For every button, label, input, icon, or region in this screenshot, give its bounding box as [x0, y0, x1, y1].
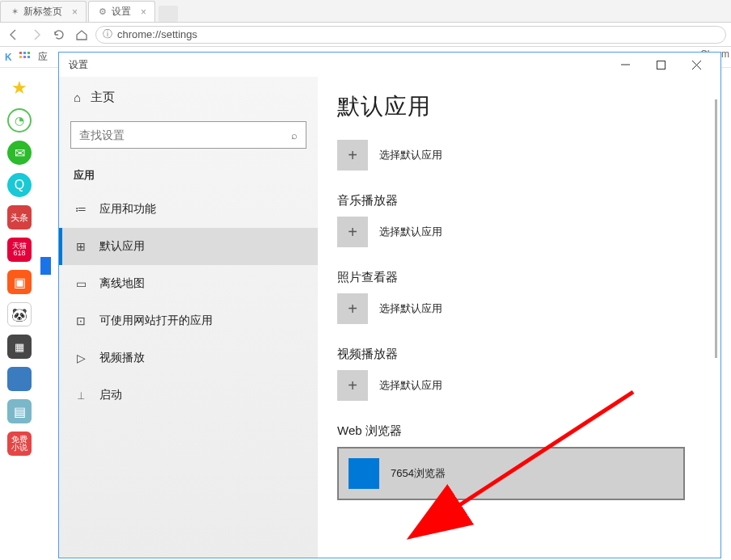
tab-settings[interactable]: ⚙ 设置 ×	[88, 1, 155, 22]
plus-icon: +	[337, 370, 368, 401]
plus-icon: +	[337, 293, 368, 324]
tab-label: 新标签页	[23, 5, 62, 19]
minimize-icon	[621, 61, 630, 69]
favorites-icon[interactable]: ★	[7, 76, 32, 100]
settings-content: 默认应用 + 选择默认应用 音乐播放器 + 选择默认应用 照片查看器	[318, 77, 720, 558]
maximize-button[interactable]	[643, 53, 678, 76]
picker-label: 选择默认应用	[379, 301, 442, 316]
plus-icon: +	[337, 140, 368, 171]
q-icon[interactable]: Q	[7, 173, 32, 197]
toutiao-icon[interactable]: 头条	[7, 205, 32, 229]
address-bar: ⓘ chrome://settings	[0, 23, 731, 47]
video-icon[interactable]: ▦	[7, 335, 32, 359]
nav-website-apps[interactable]: ⊡ 可使用网站打开的应用	[59, 302, 318, 339]
web-browser-picker[interactable]: 7654浏览器	[337, 447, 685, 500]
url-text: chrome://settings	[117, 28, 197, 40]
search-icon: ⌕	[291, 129, 298, 141]
sparkle-icon: ✶	[9, 6, 20, 18]
forward-button[interactable]	[27, 26, 45, 44]
picker-label: 选择默认应用	[379, 378, 442, 393]
browser-window: ✶ 新标签页 × ⚙ 设置 × ⓘ chrome://settings	[0, 0, 731, 560]
back-button[interactable]	[5, 26, 23, 44]
win10-body: ⌂ 主页 ⌕ 应用 ≔ 应用和功能 ⊞ 默认应用 ▭ 离	[59, 77, 720, 558]
left-dock: ★ ◔ ✉ Q 头条 天猫618 ▣ 🐼 ▦ ▤ 免费小说	[5, 76, 34, 456]
browser-app-icon	[349, 458, 379, 489]
svg-rect-5	[27, 56, 30, 58]
nav-label: 默认应用	[99, 239, 145, 254]
group-title: 照片查看器	[337, 270, 704, 285]
close-icon[interactable]: ×	[65, 6, 78, 18]
scrollbar[interactable]	[715, 99, 717, 358]
svg-rect-4	[23, 56, 26, 58]
maximize-icon	[657, 61, 666, 69]
group-default-app: + 选择默认应用	[337, 140, 704, 171]
win10-titlebar: 设置	[59, 53, 720, 77]
browser-name: 7654浏览器	[391, 466, 446, 481]
group-title: 音乐播放器	[337, 193, 704, 208]
group-photo: 照片查看器 + 选择默认应用	[337, 270, 704, 324]
section-label: 应用	[59, 165, 318, 191]
close-icon	[692, 61, 701, 69]
page-title: 默认应用	[337, 91, 704, 122]
svg-rect-0	[19, 52, 22, 54]
tmall-icon[interactable]: 天猫618	[7, 238, 32, 262]
novel-icon[interactable]: 免费小说	[7, 432, 32, 456]
bookmark-item[interactable]: 应	[38, 50, 48, 64]
map-icon: ▭	[74, 277, 88, 290]
svg-rect-7	[657, 61, 665, 69]
settings-left-nav: ⌂ 主页 ⌕ 应用 ≔ 应用和功能 ⊞ 默认应用 ▭ 离	[59, 77, 318, 558]
websites-icon: ⊡	[74, 314, 88, 327]
nav-apps-features[interactable]: ≔ 应用和功能	[59, 191, 318, 228]
wechat-icon[interactable]: ✉	[7, 141, 32, 165]
nav-label: 可使用网站打开的应用	[99, 314, 213, 328]
active-page-indicator	[40, 257, 51, 275]
video-picker[interactable]: + 选择默认应用	[337, 370, 704, 401]
nav-video-playback[interactable]: ▷ 视频播放	[59, 339, 318, 377]
close-icon[interactable]: ×	[134, 6, 146, 18]
reload-icon	[53, 28, 65, 41]
nav-home[interactable]: ⌂ 主页	[59, 82, 318, 118]
nav-label: 视频播放	[99, 351, 145, 365]
search-input[interactable]	[79, 128, 291, 141]
win10-settings-window: 设置 ⌂ 主页 ⌕ 应用 ≔ 应用和功能	[58, 52, 721, 558]
photo-picker[interactable]: + 选择默认应用	[337, 293, 704, 324]
group-web-browser: Web 浏览器 7654浏览器	[337, 423, 704, 500]
k-logo-icon[interactable]: K	[5, 52, 12, 63]
new-tab-button[interactable]	[158, 6, 178, 22]
settings-search[interactable]: ⌕	[70, 121, 306, 149]
picker-label: 选择默认应用	[379, 148, 442, 162]
nav-default-apps[interactable]: ⊞ 默认应用	[59, 228, 318, 265]
apps-grid-icon[interactable]	[19, 51, 32, 64]
startup-icon: ⟂	[74, 389, 88, 402]
ju-icon[interactable]: 🐼	[7, 302, 32, 326]
plus-icon: +	[337, 217, 368, 247]
arrow-right-icon	[30, 28, 43, 41]
default-app-picker[interactable]: + 选择默认应用	[337, 140, 704, 171]
arrow-left-icon	[7, 28, 20, 41]
nav-label: 启动	[99, 388, 122, 402]
close-button[interactable]	[678, 53, 714, 76]
list-icon: ≔	[74, 203, 88, 216]
nav-offline-maps[interactable]: ▭ 离线地图	[59, 265, 318, 302]
history-icon[interactable]: ◔	[7, 108, 32, 133]
svg-rect-3	[19, 56, 22, 58]
shop-icon[interactable]: ▣	[7, 270, 32, 294]
group-title: Web 浏览器	[337, 423, 704, 439]
home-icon: ⌂	[74, 91, 81, 104]
svg-rect-1	[23, 52, 26, 54]
calc-icon[interactable]: ▤	[7, 399, 32, 423]
music-picker[interactable]: + 选择默认应用	[337, 217, 704, 247]
tab-bar: ✶ 新标签页 × ⚙ 设置 ×	[0, 0, 731, 23]
svg-rect-2	[27, 52, 30, 54]
book-icon[interactable]	[7, 367, 32, 391]
nav-startup[interactable]: ⟂ 启动	[59, 377, 318, 414]
tab-newpage[interactable]: ✶ 新标签页 ×	[0, 1, 87, 22]
reload-button[interactable]	[50, 26, 68, 44]
minimize-button[interactable]	[607, 53, 643, 76]
nav-label: 应用和功能	[99, 202, 156, 217]
home-icon	[75, 28, 88, 41]
picker-label: 选择默认应用	[379, 225, 442, 239]
home-button[interactable]	[73, 26, 91, 44]
url-input[interactable]: ⓘ chrome://settings	[95, 26, 726, 44]
video-icon: ▷	[74, 352, 88, 364]
